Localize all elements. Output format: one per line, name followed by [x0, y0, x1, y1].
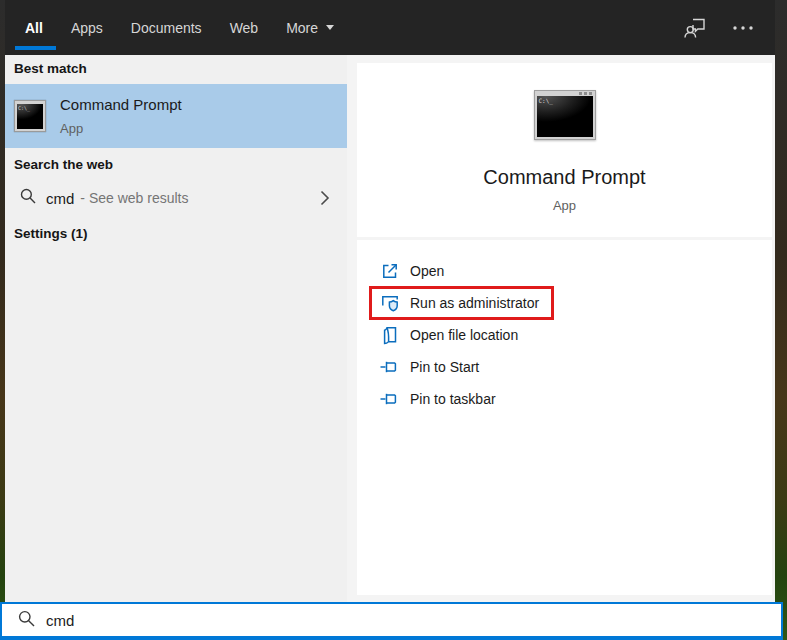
open-icon	[380, 261, 400, 281]
web-result-suffix: - See web results	[80, 190, 188, 206]
action-label: Run as administrator	[410, 295, 539, 311]
chevron-down-icon	[326, 25, 334, 30]
chevron-right-icon	[320, 190, 330, 210]
search-icon	[18, 610, 35, 631]
action-open-file-location[interactable]: Open file location	[357, 319, 772, 351]
best-match-header: Best match	[14, 61, 87, 76]
app-actions-card: Open Run as administrator	[357, 240, 772, 595]
command-prompt-icon-large: C:\_	[534, 90, 596, 140]
windows-search-flyout: All Apps Documents Web More	[0, 0, 787, 640]
best-match-result-command-prompt[interactable]: C:\_ Command Prompt App	[5, 84, 347, 148]
search-the-web-header: Search the web	[14, 157, 113, 172]
tab-documents[interactable]: Documents	[131, 0, 202, 55]
action-label: Pin to Start	[410, 359, 479, 375]
settings-header: Settings (1)	[14, 226, 88, 241]
detail-app-title: Command Prompt	[483, 166, 645, 189]
action-pin-to-start[interactable]: Pin to Start	[357, 351, 772, 383]
detail-app-subtitle: App	[553, 198, 576, 213]
web-query-text: cmd	[46, 190, 74, 207]
action-label: Open	[410, 263, 444, 279]
best-match-title: Command Prompt	[60, 96, 182, 113]
search-icon	[20, 188, 36, 208]
action-label: Pin to taskbar	[410, 391, 496, 407]
more-options-icon[interactable]	[731, 24, 755, 32]
app-detail-card: C:\_ Command Prompt App	[357, 63, 772, 237]
command-prompt-icon: C:\_	[14, 100, 46, 132]
search-filter-bar: All Apps Documents Web More	[5, 0, 775, 55]
navbar-right-icons	[683, 16, 775, 40]
feedback-icon[interactable]	[683, 16, 707, 40]
results-column: Best match C:\_ Command Prompt App Searc…	[5, 55, 347, 602]
tab-more-dropdown[interactable]: More	[286, 0, 334, 55]
run-as-administrator-icon	[380, 293, 400, 313]
action-run-as-administrator[interactable]: Run as administrator	[357, 287, 772, 319]
search-body: Best match C:\_ Command Prompt App Searc…	[5, 55, 775, 602]
tab-all[interactable]: All	[25, 0, 43, 55]
detail-column: C:\_ Command Prompt App	[347, 55, 775, 602]
pin-icon	[380, 357, 400, 377]
action-open[interactable]: Open	[357, 255, 772, 287]
open-file-location-icon	[380, 325, 400, 345]
tab-web[interactable]: Web	[230, 0, 259, 55]
action-pin-to-taskbar[interactable]: Pin to taskbar	[357, 383, 772, 415]
action-label: Open file location	[410, 327, 518, 343]
tab-apps[interactable]: Apps	[71, 0, 103, 55]
taskbar-search-box	[0, 602, 783, 640]
window-controls-decoration	[579, 92, 592, 95]
web-search-result[interactable]: cmd - See web results	[5, 180, 347, 216]
more-label: More	[286, 20, 318, 36]
search-results-panel: All Apps Documents Web More	[5, 0, 775, 602]
pin-icon	[380, 389, 400, 409]
best-match-subtitle: App	[60, 121, 83, 136]
search-input[interactable]	[46, 612, 646, 629]
